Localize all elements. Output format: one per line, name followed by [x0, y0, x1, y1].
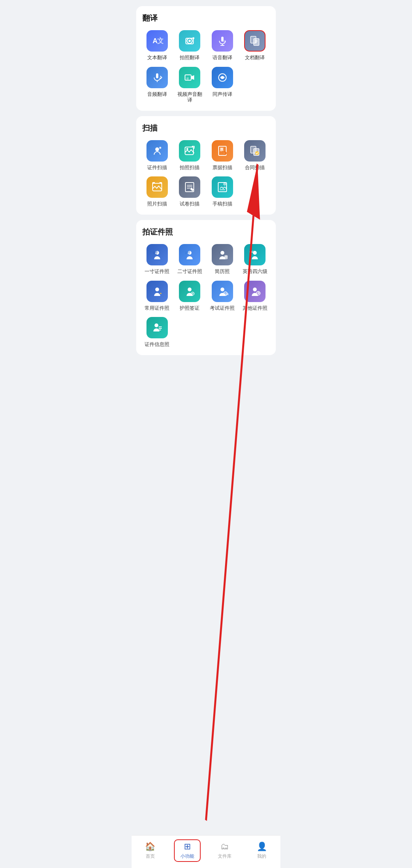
- icon-box-photo-scan: [179, 140, 200, 162]
- icon-label-id-scan: 证件扫描: [147, 165, 167, 171]
- svg-point-54: [253, 288, 257, 291]
- svg-text:票: 票: [220, 147, 224, 152]
- icon-item-audio-translate[interactable]: 音频翻译: [142, 67, 172, 103]
- icon-label-contract-scan: 合同扫描: [245, 165, 265, 171]
- icon-item-live-translate[interactable]: 同声传译: [208, 67, 237, 103]
- svg-point-51: [220, 288, 224, 291]
- icon-label-2inch-id: 二寸证件照: [177, 268, 202, 275]
- icon-item-2inch-id[interactable]: 2寸 二寸证件照: [175, 244, 205, 275]
- icon-label-text-translate: 文本翻译: [147, 55, 167, 61]
- svg-text:100: 100: [224, 293, 229, 296]
- section-scan: 扫描 证件扫描 拍照扫描 票 ! 票据扫描 合同扫描 照片扫描 试卷扫描: [136, 116, 276, 215]
- svg-point-37: [224, 183, 226, 185]
- icon-label-voice-translate: 语音翻译: [212, 55, 232, 61]
- icon-label-receipt-scan: 票据扫描: [212, 165, 232, 171]
- svg-text:1寸: 1寸: [153, 251, 158, 255]
- icon-item-paper-scan[interactable]: 试卷扫描: [175, 176, 205, 207]
- icon-box-passport-photo: [179, 281, 200, 302]
- icon-item-id-scan[interactable]: 证件扫描: [142, 140, 172, 171]
- svg-rect-15: [156, 73, 158, 78]
- icon-label-1inch-id: 一寸证件照: [145, 268, 169, 275]
- icon-item-passport-photo[interactable]: 护照签证: [175, 281, 205, 311]
- svg-text:2寸: 2寸: [185, 251, 191, 255]
- icon-box-resume-photo: [212, 244, 233, 265]
- svg-text:!: !: [224, 152, 224, 155]
- icon-label-photo-scan: 拍照扫描: [180, 165, 200, 171]
- icon-grid-photo-id: 1寸 一寸证件照 2寸 二寸证件照 简历照 CET 英语四六级 常用证件照 护照…: [142, 244, 270, 348]
- icon-label-photo-translate: 拍照翻译: [180, 55, 200, 61]
- icon-label-other-photo: 其他证件照: [243, 305, 267, 311]
- icon-label-doc-translate: 文档翻译: [245, 55, 265, 61]
- icon-label-common-id: 常用证件照: [145, 305, 169, 311]
- svg-text:译: 译: [186, 77, 189, 80]
- section-title-translate: 翻译: [142, 13, 270, 23]
- icon-box-paper-scan: [179, 176, 200, 198]
- icon-label-photo-scan2: 照片扫描: [147, 201, 167, 207]
- icon-box-photo-translate: [179, 30, 200, 52]
- icon-item-contract-scan[interactable]: 合同扫描: [240, 140, 270, 171]
- icon-label-passport-photo: 护照签证: [180, 305, 200, 311]
- icon-label-exam-photo: 考试证件照: [210, 305, 235, 311]
- icon-box-text-translate: A 文: [146, 30, 168, 52]
- svg-point-23: [187, 148, 188, 150]
- icon-item-photo-scan2[interactable]: 照片扫描: [142, 176, 172, 207]
- icon-box-doc-translate: [244, 30, 266, 52]
- icon-grid-scan: 证件扫描 拍照扫描 票 ! 票据扫描 合同扫描 照片扫描 试卷扫描 手稿扫描: [142, 140, 270, 207]
- icon-label-draft-scan: 手稿扫描: [212, 201, 232, 207]
- section-title-scan: 扫描: [142, 123, 270, 133]
- icon-item-voice-translate[interactable]: 译 语音翻译: [208, 30, 237, 61]
- icon-item-id-info[interactable]: 证件信息照: [142, 317, 172, 348]
- icon-box-receipt-scan: 票 !: [212, 140, 233, 162]
- svg-text:+: +: [258, 291, 260, 295]
- icon-item-cet-photo[interactable]: CET 英语四六级: [240, 244, 270, 275]
- svg-point-42: [220, 251, 224, 255]
- icon-box-id-scan: [146, 140, 168, 162]
- icon-box-live-translate: [212, 67, 233, 88]
- icon-item-exam-photo[interactable]: 100 考试证件照: [208, 281, 237, 311]
- icon-item-doc-translate[interactable]: 文档翻译: [240, 30, 270, 61]
- icon-box-contract-scan: [244, 140, 266, 162]
- svg-text:译: 译: [223, 40, 226, 43]
- icon-item-video-translate[interactable]: 译 视频声音翻译: [175, 67, 205, 103]
- icon-grid-translate: A 文 文本翻译 拍照翻译 译 语音翻译 文档翻译 音频翻译 译 视频声音翻译 …: [142, 30, 270, 103]
- icon-box-voice-translate: 译: [212, 30, 233, 52]
- icon-box-audio-translate: [146, 67, 168, 88]
- icon-label-paper-scan: 试卷扫描: [180, 201, 200, 207]
- icon-label-live-translate: 同声传译: [212, 91, 232, 97]
- icon-label-video-translate: 视频声音翻译: [175, 91, 205, 103]
- icon-label-id-info: 证件信息照: [145, 341, 169, 348]
- icon-label-cet-photo: 英语四六级: [243, 268, 267, 275]
- icon-item-resume-photo[interactable]: 简历照: [208, 244, 237, 275]
- icon-item-common-id[interactable]: 常用证件照: [142, 281, 172, 311]
- icon-item-other-photo[interactable]: + 其他证件照: [240, 281, 270, 311]
- svg-text:文: 文: [157, 37, 163, 45]
- svg-point-20: [155, 147, 159, 151]
- icon-item-draft-scan[interactable]: 手稿扫描: [208, 176, 237, 207]
- icon-box-2inch-id: 2寸: [179, 244, 200, 265]
- icon-box-exam-photo: 100: [212, 281, 233, 302]
- icon-item-1inch-id[interactable]: 1寸 一寸证件照: [142, 244, 172, 275]
- icon-label-audio-translate: 音频翻译: [147, 91, 167, 97]
- svg-rect-11: [254, 39, 259, 45]
- icon-item-photo-scan[interactable]: 拍照扫描: [175, 140, 205, 171]
- svg-text:CET: CET: [249, 251, 255, 253]
- icon-box-id-info: [146, 317, 168, 338]
- icon-box-common-id: [146, 281, 168, 302]
- icon-box-photo-scan2: [146, 176, 168, 198]
- icon-item-text-translate[interactable]: A 文 文本翻译: [142, 30, 172, 61]
- icon-box-draft-scan: [212, 176, 233, 198]
- section-title-photo-id: 拍证件照: [142, 227, 270, 237]
- icon-box-other-photo: +: [244, 281, 266, 302]
- section-photo-id: 拍证件照 1寸 一寸证件照 2寸 二寸证件照 简历照 CET 英语四六级 常用证…: [136, 220, 276, 355]
- svg-point-3: [188, 40, 191, 42]
- icon-item-photo-translate[interactable]: 拍照翻译: [175, 30, 205, 61]
- icon-box-cet-photo: CET: [244, 244, 266, 265]
- svg-point-49: [188, 288, 192, 291]
- section-translate: 翻译 A 文 文本翻译 拍照翻译 译 语音翻译 文档翻译 音频翻译 译 视频声音…: [136, 6, 276, 111]
- icon-label-resume-photo: 简历照: [215, 268, 230, 275]
- icon-item-receipt-scan[interactable]: 票 ! 票据扫描: [208, 140, 237, 171]
- svg-point-57: [154, 323, 158, 327]
- icon-box-1inch-id: 1寸: [146, 244, 168, 265]
- svg-point-48: [155, 288, 159, 291]
- icon-box-video-translate: 译: [179, 67, 200, 88]
